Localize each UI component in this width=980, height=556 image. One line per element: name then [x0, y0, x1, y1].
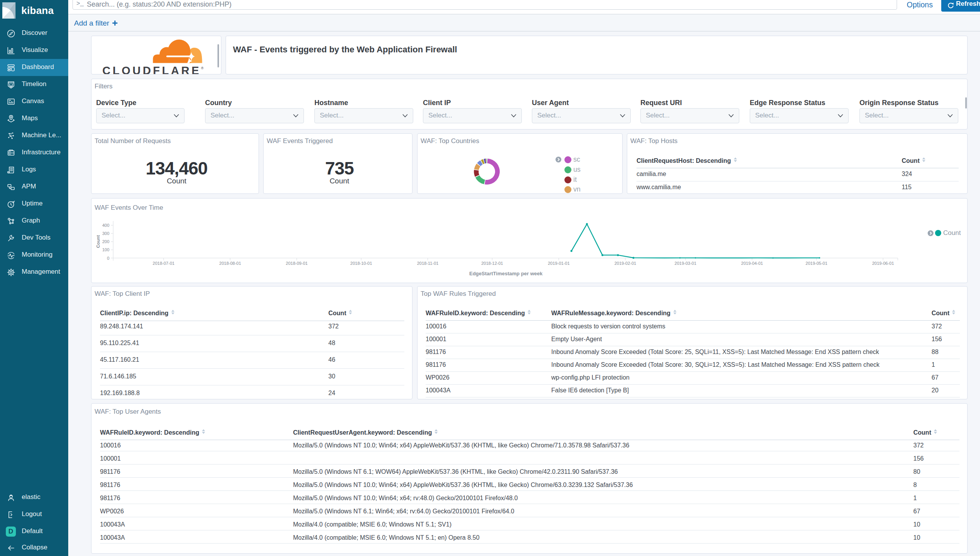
svg-text:2019-05-01: 2019-05-01 — [806, 261, 827, 266]
svg-text:2019-03-01: 2019-03-01 — [675, 261, 696, 266]
svg-text:2019-06-01: 2019-06-01 — [872, 261, 894, 266]
svg-text:2018-07-01: 2018-07-01 — [153, 261, 174, 266]
svg-text:400: 400 — [102, 223, 109, 228]
svg-text:0: 0 — [107, 256, 109, 261]
svg-text:300: 300 — [102, 231, 109, 236]
svg-text:2019-02-01: 2019-02-01 — [614, 261, 636, 266]
svg-text:2018-11-01: 2018-11-01 — [417, 261, 438, 266]
svg-text:2018-08-01: 2018-08-01 — [219, 261, 241, 266]
svg-text:EdgeStartTimestamp per week: EdgeStartTimestamp per week — [469, 271, 543, 276]
svg-text:2018-12-01: 2018-12-01 — [481, 261, 503, 266]
svg-text:Count: Count — [96, 235, 100, 248]
svg-text:100: 100 — [102, 247, 109, 252]
svg-text:CLOUDFLARE: CLOUDFLARE — [102, 64, 201, 75]
svg-text:®: ® — [201, 66, 204, 70]
svg-text:200: 200 — [102, 239, 109, 244]
svg-text:2019-04-01: 2019-04-01 — [741, 261, 763, 266]
svg-text:2018-09-01: 2018-09-01 — [286, 261, 307, 266]
svg-text:2018-10-01: 2018-10-01 — [350, 261, 372, 266]
svg-text:2019-01-01: 2019-01-01 — [548, 261, 569, 266]
